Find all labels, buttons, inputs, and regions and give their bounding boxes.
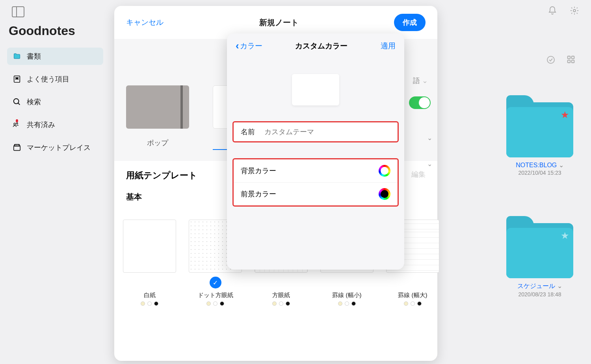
svg-rect-8 — [572, 56, 574, 59]
cover-category[interactable]: ポップ — [126, 138, 189, 148]
svg-point-2 — [14, 99, 19, 104]
popover-title: カスタムカラー — [295, 41, 348, 51]
svg-rect-10 — [572, 60, 574, 63]
sidebar-item-label: 書類 — [27, 52, 41, 61]
sidebar-item-documents[interactable]: 書類 — [7, 48, 103, 65]
fg-color-row[interactable]: 前景カラー — [234, 183, 398, 205]
chevron-left-icon: ‹ — [236, 40, 239, 52]
grid-icon[interactable] — [567, 55, 575, 67]
sidebar-item-label: 検索 — [27, 97, 41, 107]
star-fav-icon[interactable]: ★ — [561, 109, 569, 120]
svg-rect-5 — [14, 146, 20, 150]
sidebar-item-favorites[interactable]: よく使う項目 — [7, 70, 103, 88]
custom-color-popover: ‹カラー カスタムカラー 適用 名前 背景カラー 前景カラー — [227, 33, 404, 270]
svg-point-3 — [14, 123, 16, 125]
template-blank[interactable]: 白紙 — [123, 220, 176, 306]
sidebar-item-label: 共有済み — [27, 120, 55, 129]
bg-color-row[interactable]: 背景カラー — [234, 159, 398, 183]
folder-name[interactable]: NOTES:BLOG ⌄ — [516, 161, 563, 169]
folder-date: 2020/08/23 18:48 — [519, 291, 561, 297]
svg-point-0 — [573, 9, 576, 12]
sidebar-item-label: マーケットプレイス — [27, 143, 91, 152]
folder-icon: ★ — [506, 223, 573, 278]
sidebar-item-shared[interactable]: 共有済み — [7, 116, 103, 133]
bell-icon[interactable] — [548, 6, 557, 18]
row-label: 背景カラー — [241, 166, 276, 176]
sidebar-item-search[interactable]: 検索 — [7, 93, 103, 111]
section-title: 用紙テンプレート — [126, 170, 197, 181]
back-button[interactable]: ‹カラー — [236, 40, 262, 52]
chevron-down-icon[interactable]: ⌄ — [422, 158, 437, 170]
language-row[interactable]: 語 ⌄ — [413, 76, 428, 85]
folder-icon: ★ — [506, 102, 573, 157]
svg-point-6 — [547, 56, 554, 63]
folder-date: 2022/10/04 15:23 — [519, 170, 561, 176]
store-icon — [13, 143, 21, 152]
folder-item[interactable]: ★ スケジュール ⌄ 2020/08/23 18:48 — [506, 223, 573, 297]
sidebar-toggle-icon[interactable] — [12, 6, 24, 17]
star-icon — [13, 75, 21, 83]
svg-rect-7 — [568, 56, 570, 59]
color-wheel-icon[interactable] — [379, 188, 390, 200]
color-wheel-icon[interactable] — [379, 165, 390, 177]
sidebar-item-marketplace[interactable]: マーケットプレイス — [7, 139, 103, 156]
folder-item[interactable]: ★ NOTES:BLOG ⌄ 2022/10/04 15:23 — [506, 102, 573, 176]
svg-rect-9 — [568, 60, 570, 63]
check-icon: ✓ — [210, 277, 221, 288]
star-icon[interactable]: ★ — [561, 230, 569, 241]
select-icon[interactable] — [546, 55, 556, 67]
edit-button[interactable]: 編集 — [411, 170, 426, 181]
cover-thumb[interactable] — [126, 85, 189, 129]
color-preview — [292, 74, 339, 105]
badge-dot-icon — [16, 119, 18, 122]
search-icon — [13, 98, 21, 106]
name-label: 名前 — [241, 127, 255, 137]
name-input[interactable] — [264, 128, 390, 136]
toggle-switch[interactable] — [409, 96, 431, 109]
cancel-button[interactable]: キャンセル — [126, 17, 164, 28]
chevron-down-icon[interactable]: ⌄ — [422, 132, 437, 144]
create-button[interactable]: 作成 — [394, 14, 426, 31]
apply-button[interactable]: 適用 — [381, 41, 396, 51]
row-label: 前景カラー — [241, 189, 276, 199]
color-list-highlight: 背景カラー 前景カラー — [232, 158, 399, 207]
gear-icon[interactable] — [570, 6, 579, 18]
folder-icon — [13, 52, 21, 61]
sidebar-item-label: よく使う項目 — [27, 74, 69, 84]
folder-name[interactable]: スケジュール ⌄ — [517, 282, 562, 290]
name-field-highlight: 名前 — [232, 121, 399, 142]
modal-title: 新規ノート — [259, 17, 299, 28]
app-title: Goodnotes — [9, 24, 102, 38]
share-icon — [13, 120, 21, 129]
svg-point-4 — [17, 123, 18, 124]
